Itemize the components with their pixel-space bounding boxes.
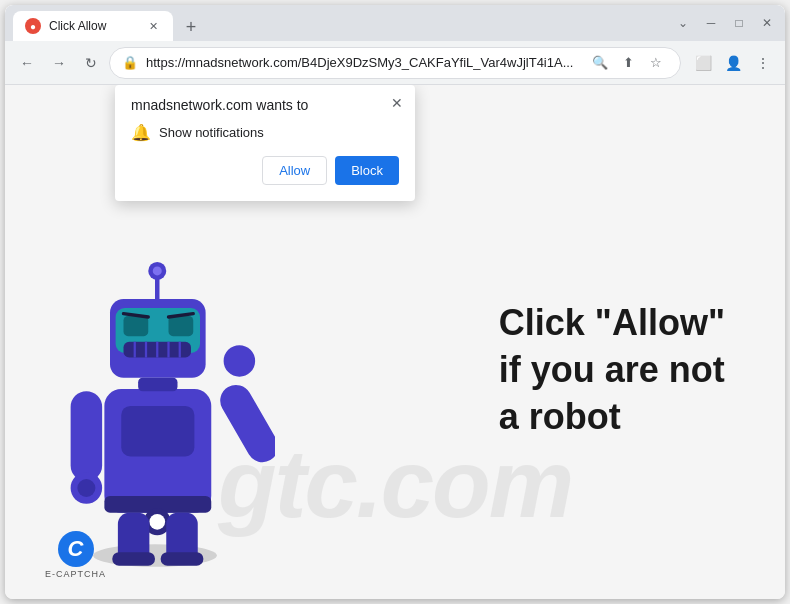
- profile-icon[interactable]: 👤: [719, 49, 747, 77]
- minimize-button[interactable]: ─: [701, 13, 721, 33]
- browser-window: ● Click Allow ✕ + ⌄ ─ □ ✕ ← → ↻ 🔒 https:…: [5, 5, 785, 599]
- new-tab-button[interactable]: +: [177, 13, 205, 41]
- search-icon[interactable]: 🔍: [588, 51, 612, 75]
- caption-line1: Click "Allow": [499, 300, 725, 347]
- svg-rect-2: [121, 406, 194, 457]
- ecaptcha-icon: C: [58, 531, 94, 567]
- bookmark-icon[interactable]: ☆: [644, 51, 668, 75]
- tab-bar: ● Click Allow ✕ +: [13, 5, 669, 41]
- ecaptcha-logo: C E-CAPTCHA: [45, 531, 106, 579]
- svg-rect-25: [214, 379, 275, 468]
- popup-close-button[interactable]: ✕: [387, 93, 407, 113]
- ecaptcha-label: E-CAPTCHA: [45, 569, 106, 579]
- svg-rect-22: [71, 391, 103, 481]
- notification-popup: ✕ mnadsnetwork.com wants to 🔔 Show notif…: [115, 85, 415, 201]
- svg-rect-8: [124, 316, 149, 336]
- window-controls: ⌄ ─ □ ✕: [673, 13, 777, 33]
- svg-point-5: [149, 514, 165, 530]
- more-options-icon[interactable]: ⋮: [749, 49, 777, 77]
- robot-illustration: [35, 209, 275, 569]
- caption-line3: a robot: [499, 393, 725, 440]
- nav-bar: ← → ↻ 🔒 https://mnadsnetwork.com/B4DjeX9…: [5, 41, 785, 85]
- address-icons: 🔍 ⬆ ☆: [588, 51, 668, 75]
- address-bar[interactable]: 🔒 https://mnadsnetwork.com/B4DjeX9DzSMy3…: [109, 47, 681, 79]
- popup-buttons: Allow Block: [131, 156, 399, 185]
- svg-rect-18: [138, 378, 177, 392]
- svg-rect-30: [161, 552, 204, 566]
- permission-text: Show notifications: [159, 125, 264, 140]
- back-button[interactable]: ←: [13, 49, 41, 77]
- block-button[interactable]: Block: [335, 156, 399, 185]
- allow-button[interactable]: Allow: [262, 156, 327, 185]
- forward-button[interactable]: →: [45, 49, 73, 77]
- url-text: https://mnadsnetwork.com/B4DjeX9DzSMy3_C…: [146, 55, 580, 70]
- close-button[interactable]: ✕: [757, 13, 777, 33]
- page-content: gtc.com ✕ mnadsnetwork.com wants to 🔔 Sh…: [5, 85, 785, 599]
- tab-title: Click Allow: [49, 19, 137, 33]
- extension-icon[interactable]: ⬜: [689, 49, 717, 77]
- svg-point-26: [224, 345, 256, 377]
- chevron-down-icon[interactable]: ⌄: [673, 13, 693, 33]
- caption-line2: if you are not: [499, 347, 725, 394]
- popup-title: mnadsnetwork.com wants to: [131, 97, 399, 113]
- svg-point-21: [153, 266, 162, 275]
- title-bar: ● Click Allow ✕ + ⌄ ─ □ ✕: [5, 5, 785, 41]
- lock-icon: 🔒: [122, 55, 138, 70]
- svg-point-24: [77, 479, 95, 497]
- browser-icons: ⬜ 👤 ⋮: [689, 49, 777, 77]
- reload-button[interactable]: ↻: [77, 49, 105, 77]
- active-tab[interactable]: ● Click Allow ✕: [13, 11, 173, 41]
- caption-text: Click "Allow" if you are not a robot: [499, 300, 725, 440]
- svg-rect-28: [112, 552, 155, 566]
- bell-icon: 🔔: [131, 123, 151, 142]
- svg-rect-9: [169, 316, 194, 336]
- robot-svg: [35, 209, 275, 569]
- maximize-button[interactable]: □: [729, 13, 749, 33]
- popup-permission-row: 🔔 Show notifications: [131, 123, 399, 142]
- tab-close-button[interactable]: ✕: [145, 18, 161, 34]
- tab-favicon: ●: [25, 18, 41, 34]
- share-icon[interactable]: ⬆: [616, 51, 640, 75]
